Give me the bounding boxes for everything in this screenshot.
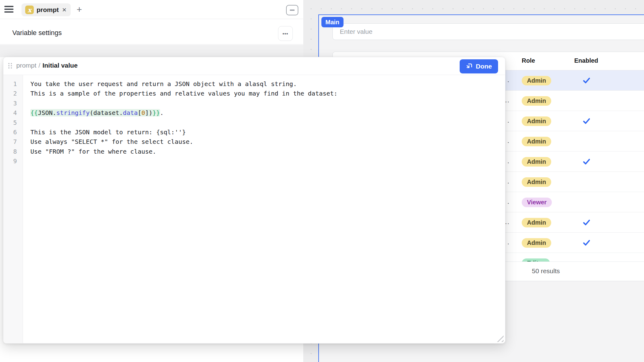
role-badge: Editor	[522, 258, 550, 262]
hamburger-menu-icon[interactable]	[4, 6, 14, 13]
column-header-enabled[interactable]: Enabled	[574, 57, 598, 64]
code-line: 4{{JSON.stringify(dataset.data[0])}}.	[3, 108, 505, 118]
close-tab-icon[interactable]: ×	[61, 6, 67, 14]
code-line: 8Use "FROM ?" for the where clause.	[3, 147, 505, 156]
done-button[interactable]: Done	[460, 59, 498, 73]
code-line: 2This is a sample of the properties and …	[3, 89, 505, 98]
line-number: 3	[3, 99, 23, 108]
drag-handle-icon[interactable]	[8, 63, 12, 70]
role-badge: Admin	[522, 177, 551, 187]
enabled-check-icon	[582, 238, 591, 248]
tab-prompt[interactable]: x prompt ×	[22, 3, 71, 16]
role-badge: Admin	[522, 238, 551, 248]
line-number: 2	[3, 89, 23, 98]
breadcrumb-current: Initial value	[42, 62, 77, 69]
frame-label-badge[interactable]: Main	[321, 17, 344, 27]
role-badge: Admin	[522, 96, 551, 106]
line-number: 7	[3, 137, 23, 147]
line-number: 5	[3, 118, 23, 128]
modal-header: prompt/Initial value Done	[3, 57, 505, 75]
breadcrumb-separator: /	[36, 62, 42, 69]
line-number: 6	[3, 128, 23, 137]
code-line: 9	[3, 156, 505, 166]
resize-handle-icon[interactable]	[496, 335, 504, 342]
code-line: 1You take the user request and return a …	[3, 79, 505, 89]
enabled-check-icon	[582, 157, 591, 167]
page-title: Variable settings	[12, 29, 62, 37]
code-content: 1You take the user request and return a …	[3, 79, 505, 166]
code-line: 3	[3, 99, 505, 108]
tab-label: prompt	[37, 6, 59, 14]
code-line: 5	[3, 118, 505, 128]
collapse-panel-icon[interactable]	[286, 5, 298, 15]
role-badge: Admin	[522, 218, 551, 227]
enabled-check-icon	[582, 218, 591, 227]
role-badge: Viewer	[522, 198, 552, 207]
role-badge: Admin	[522, 116, 551, 126]
line-number: 4	[3, 108, 23, 118]
variable-x-icon: x	[25, 6, 34, 14]
role-badge: Admin	[522, 137, 551, 146]
panel-content-strip	[0, 45, 303, 57]
enter-value-input[interactable]	[332, 23, 644, 40]
line-number: 1	[3, 79, 23, 89]
enabled-check-icon	[582, 116, 591, 126]
more-options-button[interactable]: •••	[278, 26, 293, 41]
role-badge: Admin	[522, 157, 551, 167]
code-line: 6This is the JSON model to return: {sql:…	[3, 128, 505, 137]
line-number: 9	[3, 156, 23, 166]
collapse-editor-icon	[466, 63, 473, 70]
column-header-role[interactable]: Role	[522, 57, 535, 64]
initial-value-editor-modal: prompt/Initial value Done 1You take the …	[3, 57, 505, 344]
breadcrumb-parent: prompt	[16, 62, 36, 69]
code-editor[interactable]: 1You take the user request and return a …	[3, 75, 505, 344]
line-number: 8	[3, 147, 23, 156]
results-count: 50 results	[532, 267, 560, 275]
add-tab-button[interactable]: +	[74, 4, 85, 15]
enabled-check-icon	[582, 76, 591, 85]
done-label: Done	[476, 63, 492, 70]
breadcrumb: prompt/Initial value	[16, 62, 78, 69]
code-line: 7Use always "SELECT *" for the select cl…	[3, 137, 505, 147]
role-badge: Admin	[522, 76, 551, 85]
